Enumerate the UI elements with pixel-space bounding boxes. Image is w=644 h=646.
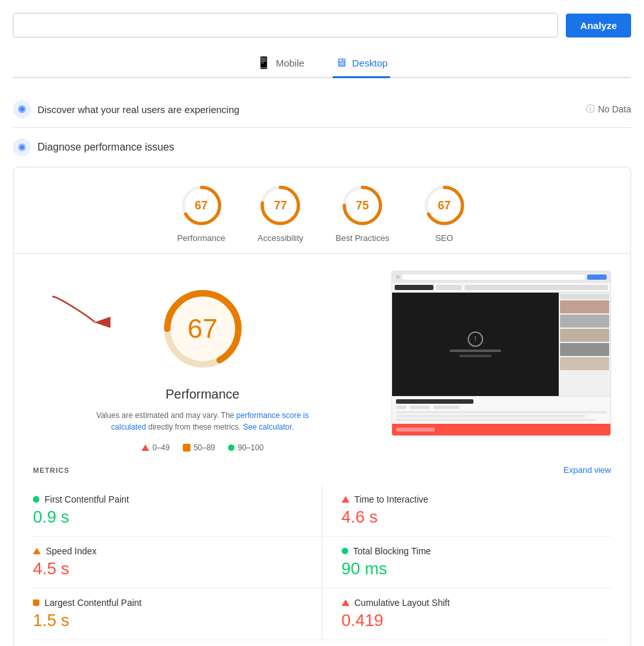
- score-legend: 0–49 50–89 90–100: [141, 443, 264, 452]
- s-cta: [396, 428, 435, 432]
- lcp-name: Largest Contentful Paint: [45, 598, 141, 608]
- metrics-section: METRICS Expand view First Contentful Pai…: [14, 459, 630, 640]
- performance-score: 67: [195, 199, 208, 213]
- fcp-value: 0.9 s: [33, 507, 302, 527]
- desktop-icon: 🖥: [335, 56, 347, 70]
- analyze-button[interactable]: Analyze: [566, 14, 631, 37]
- cls-status-icon: [342, 599, 349, 606]
- accessibility-score: 77: [274, 199, 287, 213]
- legend-orange-range: 50–89: [194, 443, 215, 452]
- diagnose-title: Diagnose performance issues: [37, 141, 174, 153]
- metric-cls: Cumulative Layout Shift 0.419: [322, 589, 612, 640]
- arrow-indicator: [46, 290, 110, 331]
- no-data-label: No Data: [598, 104, 631, 114]
- tti-value: 4.6 s: [342, 507, 612, 527]
- no-data-indicator: ⓘ No Data: [586, 103, 631, 115]
- expand-view-button[interactable]: Expand view: [563, 465, 611, 475]
- svg-point-3: [20, 145, 24, 149]
- accessibility-label: Accessibility: [258, 233, 304, 243]
- url-input[interactable]: https://davidews-white.blogspot.com/2021…: [13, 13, 558, 37]
- tab-mobile[interactable]: 📱 Mobile: [254, 50, 307, 78]
- best-practices-circle: 75: [340, 183, 385, 228]
- s-urlbar: [402, 275, 585, 280]
- page-screenshot: !: [391, 271, 611, 436]
- see-calculator-link[interactable]: See calculator.: [243, 422, 294, 432]
- score-cards-panel: 67 Performance 77 Accessibility: [13, 167, 631, 646]
- s-thumb2: [560, 315, 609, 328]
- best-practices-score: 75: [356, 199, 369, 213]
- performance-circle: 67: [179, 183, 224, 228]
- mobile-icon: 📱: [256, 56, 271, 70]
- large-performance-circle: 67: [158, 284, 248, 374]
- s-nav: [436, 285, 462, 290]
- legend-green: 90–100: [228, 443, 264, 452]
- s-search: [464, 285, 608, 290]
- diagnose-section: Diagnose performance issues 67 Performan…: [13, 138, 631, 646]
- s-meta1: [396, 406, 406, 409]
- s-thumb5: [560, 357, 609, 370]
- best-practices-label: Best Practices: [336, 233, 390, 243]
- s-dot1: [396, 275, 400, 279]
- cls-value: 0.419: [342, 610, 612, 630]
- seo-score: 67: [438, 199, 451, 213]
- video-error-icon: !: [468, 331, 483, 347]
- metric-lcp: Largest Contentful Paint 1.5 s: [33, 589, 322, 640]
- metrics-header-label: METRICS: [33, 466, 70, 474]
- fcp-status-icon: [33, 496, 39, 503]
- score-card-performance[interactable]: 67 Performance: [177, 183, 225, 243]
- tab-desktop-label: Desktop: [352, 57, 388, 68]
- screenshot-preview-area: !: [391, 271, 611, 452]
- legend-red: 0–49: [141, 443, 170, 452]
- s-meta2: [410, 406, 430, 409]
- s-thumb3: [560, 329, 609, 342]
- tab-desktop[interactable]: 🖥 Desktop: [333, 50, 390, 78]
- si-name: Speed Index: [46, 546, 97, 556]
- perf-title: Performance: [165, 387, 240, 402]
- s-thumb1: [560, 300, 609, 313]
- s-meta3: [433, 406, 459, 409]
- s-text1: [396, 411, 607, 413]
- score-card-best-practices[interactable]: 75 Best Practices: [336, 183, 390, 243]
- red-triangle-icon: [141, 444, 149, 451]
- s-subscribe: [587, 275, 607, 280]
- performance-detail: 67 Performance Values are estimated and …: [14, 264, 630, 459]
- s-thumb4: [560, 343, 609, 356]
- metric-fcp: First Contentful Paint 0.9 s: [33, 485, 322, 537]
- discover-title: Discover what your real users are experi…: [37, 104, 240, 115]
- seo-circle: 67: [422, 183, 467, 228]
- s-text2: [396, 415, 585, 417]
- metric-tbt: Total Blocking Time 90 ms: [322, 537, 612, 589]
- large-score-value: 67: [187, 313, 218, 344]
- metrics-grid: First Contentful Paint 0.9 s Time to Int…: [33, 485, 611, 640]
- orange-square-icon: [183, 444, 191, 452]
- score-card-accessibility[interactable]: 77 Accessibility: [258, 183, 304, 243]
- perf-description: Values are estimated and may vary. The p…: [87, 410, 319, 433]
- s-err-text2: [459, 355, 492, 357]
- performance-label: Performance: [177, 233, 225, 243]
- s-post-title: [396, 399, 473, 404]
- green-dot-icon: [228, 444, 234, 451]
- s-sidebar-title: [560, 294, 609, 299]
- view-tabs: 📱 Mobile 🖥 Desktop: [13, 50, 631, 78]
- score-cards: 67 Performance 77 Accessibility: [14, 183, 630, 243]
- metric-tti: Time to Interactive 4.6 s: [322, 485, 612, 537]
- fcp-name: First Contentful Paint: [45, 494, 129, 505]
- discover-icon: [13, 100, 31, 118]
- legend-green-range: 90–100: [238, 443, 264, 452]
- tab-mobile-label: Mobile: [276, 57, 304, 68]
- si-status-icon: [33, 548, 41, 554]
- diagnose-icon: [13, 138, 31, 156]
- lcp-value: 1.5 s: [33, 610, 302, 630]
- discover-section: Discover what your real users are experi…: [13, 91, 631, 128]
- seo-label: SEO: [435, 233, 453, 243]
- tti-status-icon: [342, 496, 349, 503]
- svg-point-1: [20, 107, 24, 111]
- tti-name: Time to Interactive: [355, 494, 429, 505]
- si-value: 4.5 s: [33, 559, 302, 579]
- score-card-seo[interactable]: 67 SEO: [422, 183, 467, 243]
- accessibility-circle: 77: [258, 183, 303, 228]
- s-text3: [396, 419, 596, 421]
- tbt-status-icon: [342, 548, 348, 554]
- s-err-text1: [450, 349, 501, 352]
- legend-red-range: 0–49: [152, 443, 170, 452]
